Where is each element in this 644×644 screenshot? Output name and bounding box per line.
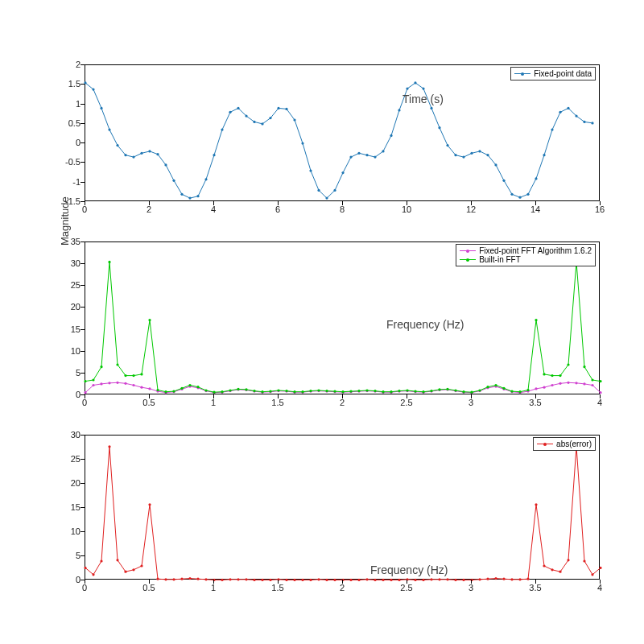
plot-area-2 bbox=[85, 436, 601, 580]
data-point bbox=[357, 390, 360, 392]
data-point bbox=[132, 374, 134, 377]
data-point bbox=[365, 578, 368, 580]
data-point bbox=[341, 171, 344, 174]
data-point bbox=[535, 503, 537, 506]
data-point bbox=[414, 390, 416, 393]
data-point bbox=[446, 388, 448, 390]
data-point bbox=[559, 374, 561, 377]
data-point bbox=[454, 389, 456, 391]
ytick-label: 0 bbox=[56, 575, 80, 584]
data-point bbox=[462, 390, 464, 393]
data-point bbox=[116, 363, 118, 365]
data-point bbox=[100, 107, 102, 109]
xtick-label: 3 bbox=[463, 583, 479, 592]
data-point bbox=[172, 390, 175, 393]
data-point bbox=[599, 567, 601, 569]
ytick-label: 25 bbox=[56, 454, 80, 464]
xtick-label: 4 bbox=[592, 398, 608, 407]
data-point bbox=[543, 373, 545, 375]
data-point bbox=[599, 380, 601, 382]
ytick-label: 20 bbox=[56, 478, 80, 488]
data-point bbox=[559, 111, 561, 114]
data-point bbox=[204, 178, 207, 180]
xtick-label: 1 bbox=[205, 398, 221, 407]
data-point bbox=[172, 578, 175, 580]
data-point bbox=[253, 579, 255, 581]
data-point bbox=[188, 577, 191, 580]
ytick-label: 35 bbox=[56, 237, 80, 246]
legend-1-entry-1: Built-in FFT bbox=[479, 255, 521, 264]
data-point bbox=[140, 152, 142, 155]
data-point bbox=[470, 152, 473, 155]
ytick-label: 10 bbox=[56, 526, 80, 536]
data-point bbox=[164, 390, 167, 393]
ytick bbox=[80, 307, 85, 308]
series-line bbox=[85, 447, 601, 580]
data-point bbox=[446, 144, 448, 147]
data-point bbox=[543, 564, 545, 567]
data-point bbox=[277, 107, 279, 109]
data-point bbox=[317, 189, 320, 192]
data-point bbox=[502, 578, 505, 580]
data-point bbox=[188, 197, 191, 200]
data-point bbox=[398, 390, 400, 392]
data-point bbox=[196, 578, 199, 580]
data-point bbox=[148, 387, 151, 390]
data-point bbox=[317, 578, 320, 580]
data-point bbox=[269, 579, 271, 581]
data-point bbox=[486, 154, 489, 156]
data-point bbox=[237, 107, 239, 109]
data-point bbox=[478, 389, 481, 391]
xtick-label: 1 bbox=[205, 583, 221, 592]
data-point bbox=[108, 129, 110, 131]
data-point bbox=[156, 578, 159, 580]
data-point bbox=[494, 577, 497, 580]
data-point bbox=[245, 388, 247, 390]
data-point bbox=[526, 389, 529, 391]
ytick-label: -1 bbox=[56, 177, 80, 187]
xtick-label: 2 bbox=[334, 583, 350, 592]
data-point bbox=[543, 386, 545, 389]
data-point bbox=[510, 390, 513, 393]
data-point bbox=[196, 195, 199, 197]
data-point bbox=[567, 363, 569, 365]
data-point bbox=[309, 579, 312, 581]
data-point bbox=[486, 386, 489, 388]
ytick bbox=[80, 285, 85, 286]
data-point bbox=[357, 579, 360, 581]
data-point bbox=[148, 503, 151, 506]
data-point bbox=[124, 154, 126, 156]
data-point bbox=[253, 390, 255, 392]
figure: Fixed-point data Magnitude Fixed-point F… bbox=[0, 0, 644, 644]
legend-1: Fixed-point FFT Algorithm 1.6.2 Built-in… bbox=[456, 244, 596, 266]
plot-area-0 bbox=[85, 65, 601, 202]
data-point bbox=[591, 378, 593, 381]
data-point bbox=[398, 579, 400, 581]
data-point bbox=[422, 579, 424, 581]
data-point bbox=[221, 579, 223, 581]
xtick-label: 6 bbox=[270, 204, 286, 214]
ytick bbox=[80, 104, 85, 105]
xtick-label: 4 bbox=[592, 583, 608, 592]
data-point bbox=[526, 578, 529, 580]
data-point bbox=[261, 122, 263, 125]
data-point bbox=[140, 373, 142, 375]
data-point bbox=[116, 144, 118, 147]
data-point bbox=[285, 390, 287, 392]
data-point bbox=[438, 126, 440, 129]
ytick-label: 1 bbox=[56, 99, 80, 109]
data-point bbox=[575, 382, 577, 384]
data-point bbox=[269, 390, 271, 393]
data-point bbox=[382, 579, 384, 581]
data-point bbox=[293, 118, 295, 121]
ytick-label: 15 bbox=[56, 324, 80, 334]
data-point bbox=[567, 107, 569, 109]
data-point bbox=[124, 374, 126, 377]
ytick-label: 0.5 bbox=[56, 118, 80, 128]
data-point bbox=[422, 390, 424, 393]
data-point bbox=[502, 387, 505, 390]
legend-0: Fixed-point data bbox=[510, 67, 596, 80]
data-point bbox=[567, 382, 569, 384]
ytick bbox=[80, 329, 85, 330]
data-point bbox=[583, 121, 585, 123]
